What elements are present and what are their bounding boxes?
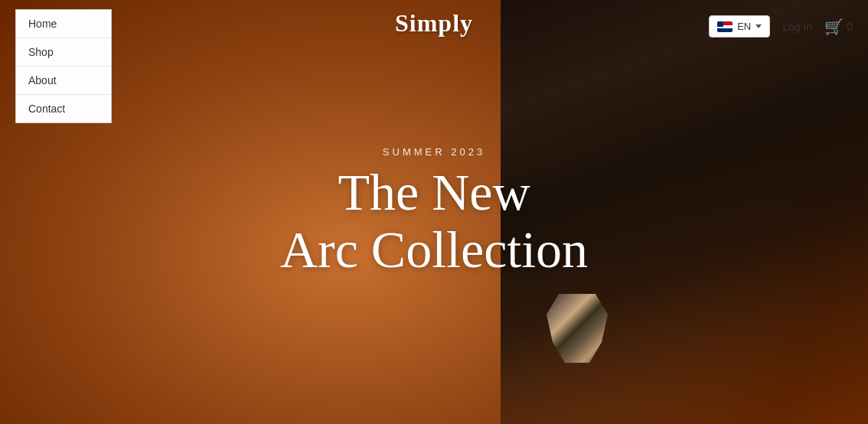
site-logo[interactable]: Simply xyxy=(395,9,473,38)
hero-section: Home Shop About Contact Simply EN Log In… xyxy=(0,0,868,424)
site-header: Home Shop About Contact Simply EN Log In… xyxy=(0,0,868,132)
nav-item-shop[interactable]: Shop xyxy=(16,38,111,67)
nav-sidebar: Home Shop About Contact xyxy=(15,9,112,123)
hero-subtitle: SUMMER 2023 xyxy=(280,146,588,158)
language-selector[interactable]: EN xyxy=(709,15,770,38)
hero-title-line1: The New xyxy=(280,164,588,221)
header-right-controls: EN Log In 🛒 0 xyxy=(709,15,853,38)
flag-icon xyxy=(717,21,733,32)
lang-code: EN xyxy=(737,21,751,32)
login-button[interactable]: Log In xyxy=(782,21,812,33)
nav-item-about[interactable]: About xyxy=(16,67,111,95)
nav-item-home[interactable]: Home xyxy=(16,10,111,38)
cart-icon: 🛒 xyxy=(824,18,844,36)
cart-button[interactable]: 🛒 0 xyxy=(824,18,853,36)
hero-content: SUMMER 2023 The New Arc Collection xyxy=(280,146,588,279)
nav-item-contact[interactable]: Contact xyxy=(16,95,111,122)
hero-title: The New Arc Collection xyxy=(280,164,588,279)
chevron-down-icon xyxy=(755,24,762,28)
hero-title-line2: Arc Collection xyxy=(280,221,588,279)
cart-count: 0 xyxy=(847,21,853,33)
